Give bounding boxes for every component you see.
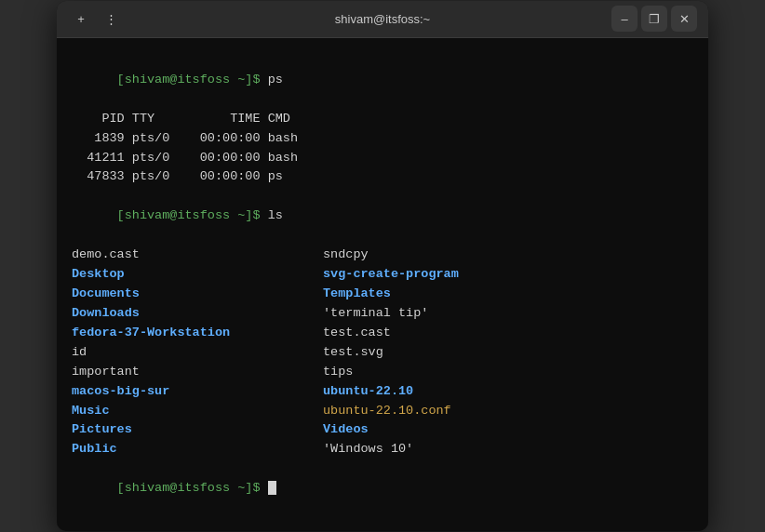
- pid-47833: 47833 pts/0 00:00:00 ps: [72, 167, 693, 187]
- ls-item-democast: demo.cast: [72, 246, 323, 265]
- ls-item-desktop: Desktop: [72, 265, 323, 285]
- pid-41211: 41211 pts/0 00:00:00 bash: [72, 149, 693, 168]
- ls-item-terminal-tip: 'terminal tip': [323, 304, 459, 324]
- menu-button[interactable]: ⋮: [98, 6, 124, 32]
- final-prompt-line: [shivam@itsfoss ~]$: [72, 459, 693, 518]
- ls-item-music: Music: [72, 402, 323, 421]
- prompt-3: [shivam@itsfoss ~]$: [117, 481, 268, 495]
- ls-item-ubuntu-conf: ubuntu-22.10.conf: [323, 402, 459, 421]
- ls-item-important: important: [72, 363, 323, 382]
- prompt-1: [shivam@itsfoss ~]$: [117, 73, 268, 86]
- ls-command-line: [shivam@itsfoss ~]$ ls: [72, 187, 693, 246]
- ls-item-public: Public: [72, 440, 323, 459]
- ps-command-line: [shivam@itsfoss ~]$ ps: [72, 51, 693, 110]
- ls-item-fedora: fedora-37-Workstation: [72, 324, 323, 343]
- ls-item-windows10: 'Windows 10': [323, 440, 459, 459]
- ls-item-downloads: Downloads: [72, 304, 323, 324]
- ls-col1: demo.cast Desktop Documents Downloads fe…: [72, 246, 323, 459]
- ls-item-testsvg: test.svg: [323, 343, 459, 363]
- ls-item-sndcpy: sndcpy: [323, 246, 459, 265]
- titlebar-left-actions: + ⋮: [68, 6, 124, 32]
- cmd-ls: ls: [268, 208, 283, 222]
- ls-item-pictures: Pictures: [72, 420, 323, 440]
- close-button[interactable]: ✕: [671, 6, 697, 32]
- cursor: [268, 481, 276, 495]
- ls-item-videos: Videos: [323, 420, 459, 440]
- titlebar: + ⋮ shivam@itsfoss:~ – ❐ ✕: [57, 1, 708, 38]
- add-tab-button[interactable]: +: [68, 6, 94, 32]
- ps-header: PID TTY TIME CMD: [72, 110, 693, 129]
- ls-output: demo.cast Desktop Documents Downloads fe…: [72, 246, 693, 459]
- ls-item-macos: macos-big-sur: [72, 382, 323, 402]
- ls-item-ubuntu-2210: ubuntu-22.10: [323, 382, 459, 402]
- prompt-2: [shivam@itsfoss ~]$: [117, 208, 268, 222]
- cmd-ps: ps: [268, 73, 283, 86]
- ls-item-id: id: [72, 343, 323, 363]
- ls-item-templates: Templates: [323, 285, 459, 304]
- minimize-button[interactable]: –: [611, 6, 638, 32]
- ls-item-documents: Documents: [72, 285, 323, 304]
- window-title: shivam@itsfoss:~: [335, 12, 430, 26]
- ls-item-testcast: test.cast: [323, 324, 459, 343]
- ls-item-tips: tips: [323, 363, 459, 382]
- terminal-window: + ⋮ shivam@itsfoss:~ – ❐ ✕ [shivam@itsfo…: [57, 1, 708, 531]
- maximize-button[interactable]: ❐: [641, 6, 667, 32]
- ls-item-svg-create: svg-create-program: [323, 265, 459, 285]
- terminal-body[interactable]: [shivam@itsfoss ~]$ ps PID TTY TIME CMD …: [57, 38, 708, 531]
- pid-1839: 1839 pts/0 00:00:00 bash: [72, 129, 693, 149]
- titlebar-right-actions: – ❐ ✕: [611, 6, 697, 32]
- ls-col2: sndcpy svg-create-program Templates 'ter…: [323, 246, 459, 459]
